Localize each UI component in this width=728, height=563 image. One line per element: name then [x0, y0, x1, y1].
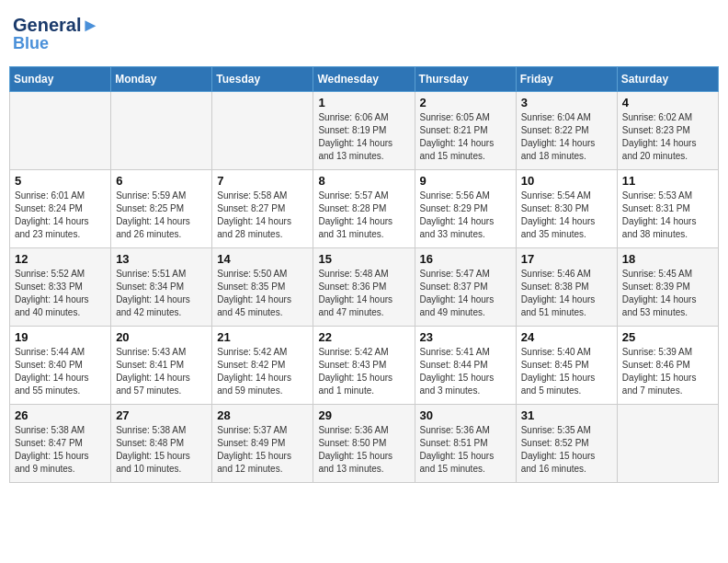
calendar-cell: 17Sunrise: 5:46 AM Sunset: 8:38 PM Dayli…: [516, 247, 617, 326]
calendar-cell: 22Sunrise: 5:42 AM Sunset: 8:43 PM Dayli…: [313, 326, 415, 404]
day-number: 31: [521, 408, 612, 422]
weekday-header-tuesday: Tuesday: [212, 66, 313, 91]
day-info: Sunrise: 5:36 AM Sunset: 8:50 PM Dayligh…: [318, 424, 409, 476]
day-number: 30: [420, 408, 511, 422]
day-number: 24: [521, 330, 612, 344]
day-number: 9: [420, 174, 511, 188]
weekday-header-saturday: Saturday: [617, 66, 718, 91]
day-info: Sunrise: 5:53 AM Sunset: 8:31 PM Dayligh…: [622, 190, 713, 241]
day-info: Sunrise: 5:51 AM Sunset: 8:34 PM Dayligh…: [116, 268, 207, 319]
day-number: 28: [217, 408, 308, 422]
day-number: 11: [622, 174, 713, 188]
weekday-header-wednesday: Wednesday: [313, 66, 415, 91]
day-number: 18: [622, 252, 713, 266]
day-number: 10: [521, 174, 612, 188]
calendar-cell: [212, 91, 313, 169]
calendar-cell: 18Sunrise: 5:45 AM Sunset: 8:39 PM Dayli…: [617, 247, 718, 326]
calendar-cell: 21Sunrise: 5:42 AM Sunset: 8:42 PM Dayli…: [212, 326, 313, 404]
calendar-cell: 2Sunrise: 6:05 AM Sunset: 8:21 PM Daylig…: [415, 91, 516, 169]
calendar-cell: [10, 91, 111, 169]
calendar-cell: 5Sunrise: 6:01 AM Sunset: 8:24 PM Daylig…: [10, 169, 111, 247]
weekday-header-monday: Monday: [111, 66, 212, 91]
day-number: 7: [217, 174, 308, 188]
calendar-cell: 28Sunrise: 5:37 AM Sunset: 8:49 PM Dayli…: [212, 404, 313, 482]
day-number: 12: [15, 252, 106, 266]
day-number: 23: [420, 330, 511, 344]
calendar-cell: 23Sunrise: 5:41 AM Sunset: 8:44 PM Dayli…: [415, 326, 516, 404]
day-info: Sunrise: 5:47 AM Sunset: 8:37 PM Dayligh…: [420, 268, 511, 319]
day-info: Sunrise: 5:54 AM Sunset: 8:30 PM Dayligh…: [521, 190, 612, 241]
day-info: Sunrise: 5:42 AM Sunset: 8:42 PM Dayligh…: [217, 346, 308, 397]
calendar-cell: 8Sunrise: 5:57 AM Sunset: 8:28 PM Daylig…: [313, 169, 415, 247]
day-info: Sunrise: 5:52 AM Sunset: 8:33 PM Dayligh…: [15, 268, 106, 319]
calendar-cell: 3Sunrise: 6:04 AM Sunset: 8:22 PM Daylig…: [516, 91, 617, 169]
week-row-4: 19Sunrise: 5:44 AM Sunset: 8:40 PM Dayli…: [10, 326, 719, 404]
day-info: Sunrise: 5:57 AM Sunset: 8:28 PM Dayligh…: [318, 190, 409, 241]
day-number: 19: [15, 330, 106, 344]
calendar-cell: 10Sunrise: 5:54 AM Sunset: 8:30 PM Dayli…: [516, 169, 617, 247]
calendar-cell: 27Sunrise: 5:38 AM Sunset: 8:48 PM Dayli…: [111, 404, 212, 482]
day-number: 13: [116, 252, 207, 266]
day-info: Sunrise: 5:56 AM Sunset: 8:29 PM Dayligh…: [420, 190, 511, 241]
week-row-1: 1Sunrise: 6:06 AM Sunset: 8:19 PM Daylig…: [10, 91, 719, 169]
calendar-cell: 11Sunrise: 5:53 AM Sunset: 8:31 PM Dayli…: [617, 169, 718, 247]
day-number: 1: [318, 96, 409, 109]
week-row-5: 26Sunrise: 5:38 AM Sunset: 8:47 PM Dayli…: [10, 404, 719, 482]
day-info: Sunrise: 5:41 AM Sunset: 8:44 PM Dayligh…: [420, 346, 511, 397]
logo-text-blue: Blue: [13, 35, 49, 53]
day-info: Sunrise: 6:01 AM Sunset: 8:24 PM Dayligh…: [15, 190, 106, 241]
calendar-cell: 19Sunrise: 5:44 AM Sunset: 8:40 PM Dayli…: [10, 326, 111, 404]
calendar-cell: 6Sunrise: 5:59 AM Sunset: 8:25 PM Daylig…: [111, 169, 212, 247]
day-number: 15: [318, 252, 409, 266]
calendar-cell: [111, 91, 212, 169]
day-info: Sunrise: 5:40 AM Sunset: 8:45 PM Dayligh…: [521, 346, 612, 397]
calendar-cell: 1Sunrise: 6:06 AM Sunset: 8:19 PM Daylig…: [313, 91, 415, 169]
day-number: 17: [521, 252, 612, 266]
day-info: Sunrise: 5:44 AM Sunset: 8:40 PM Dayligh…: [15, 346, 106, 397]
weekday-header-row: SundayMondayTuesdayWednesdayThursdayFrid…: [10, 66, 719, 91]
calendar-cell: 4Sunrise: 6:02 AM Sunset: 8:23 PM Daylig…: [617, 91, 718, 169]
day-number: 5: [15, 174, 106, 188]
day-number: 8: [318, 174, 409, 188]
day-info: Sunrise: 5:43 AM Sunset: 8:41 PM Dayligh…: [116, 346, 207, 397]
calendar-cell: 9Sunrise: 5:56 AM Sunset: 8:29 PM Daylig…: [415, 169, 516, 247]
logo-text-general: General►: [13, 15, 99, 35]
day-info: Sunrise: 5:58 AM Sunset: 8:27 PM Dayligh…: [217, 190, 308, 241]
day-number: 29: [318, 408, 409, 422]
day-info: Sunrise: 5:36 AM Sunset: 8:51 PM Dayligh…: [420, 424, 511, 476]
calendar-cell: 20Sunrise: 5:43 AM Sunset: 8:41 PM Dayli…: [111, 326, 212, 404]
calendar-cell: 12Sunrise: 5:52 AM Sunset: 8:33 PM Dayli…: [10, 247, 111, 326]
day-number: 25: [622, 330, 713, 344]
calendar-cell: 7Sunrise: 5:58 AM Sunset: 8:27 PM Daylig…: [212, 169, 313, 247]
day-info: Sunrise: 5:38 AM Sunset: 8:47 PM Dayligh…: [15, 424, 106, 476]
day-number: 4: [622, 96, 713, 109]
week-row-2: 5Sunrise: 6:01 AM Sunset: 8:24 PM Daylig…: [10, 169, 719, 247]
day-info: Sunrise: 6:02 AM Sunset: 8:23 PM Dayligh…: [622, 111, 713, 163]
day-number: 27: [116, 408, 207, 422]
calendar-cell: 15Sunrise: 5:48 AM Sunset: 8:36 PM Dayli…: [313, 247, 415, 326]
day-number: 2: [420, 96, 511, 109]
day-number: 20: [116, 330, 207, 344]
calendar-cell: [617, 404, 718, 482]
day-info: Sunrise: 5:39 AM Sunset: 8:46 PM Dayligh…: [622, 346, 713, 397]
logo-arrow-shape: ►: [81, 15, 99, 35]
day-number: 26: [15, 408, 106, 422]
day-info: Sunrise: 5:48 AM Sunset: 8:36 PM Dayligh…: [318, 268, 409, 319]
day-info: Sunrise: 5:45 AM Sunset: 8:39 PM Dayligh…: [622, 268, 713, 319]
day-number: 21: [217, 330, 308, 344]
page-header: General► Blue: [9, 9, 719, 59]
calendar-cell: 14Sunrise: 5:50 AM Sunset: 8:35 PM Dayli…: [212, 247, 313, 326]
day-info: Sunrise: 5:42 AM Sunset: 8:43 PM Dayligh…: [318, 346, 409, 397]
calendar-cell: 13Sunrise: 5:51 AM Sunset: 8:34 PM Dayli…: [111, 247, 212, 326]
day-info: Sunrise: 5:59 AM Sunset: 8:25 PM Dayligh…: [116, 190, 207, 241]
weekday-header-sunday: Sunday: [10, 66, 111, 91]
calendar-cell: 29Sunrise: 5:36 AM Sunset: 8:50 PM Dayli…: [313, 404, 415, 482]
day-info: Sunrise: 5:35 AM Sunset: 8:52 PM Dayligh…: [521, 424, 612, 476]
calendar-table: SundayMondayTuesdayWednesdayThursdayFrid…: [9, 66, 719, 483]
day-number: 14: [217, 252, 308, 266]
day-number: 3: [521, 96, 612, 109]
day-number: 6: [116, 174, 207, 188]
day-info: Sunrise: 5:37 AM Sunset: 8:49 PM Dayligh…: [217, 424, 308, 476]
day-info: Sunrise: 5:38 AM Sunset: 8:48 PM Dayligh…: [116, 424, 207, 476]
week-row-3: 12Sunrise: 5:52 AM Sunset: 8:33 PM Dayli…: [10, 247, 719, 326]
